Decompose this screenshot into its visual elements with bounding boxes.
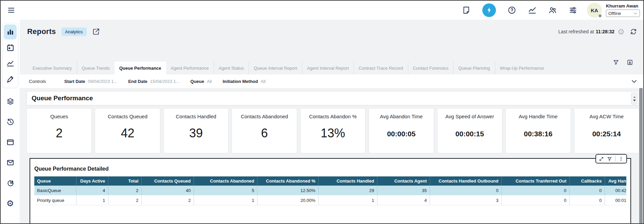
control-label: Start Date — [64, 79, 85, 84]
sidebar-item-reports[interactable] — [4, 24, 17, 39]
lightning-icon[interactable] — [482, 3, 496, 17]
report-tabs: Executive Summary Queue Trends Queue Per… — [28, 62, 643, 74]
table-row-basicqueue[interactable]: BasicQueue 4 2 40 5 12.50% 29 35 0 0 0 — [34, 186, 626, 195]
tab-queue-planning[interactable]: Queue Planning — [453, 62, 495, 74]
control-queue[interactable]: Queue All — [191, 79, 212, 84]
control-value: 15/04/2023 1... — [150, 79, 180, 84]
controls-title: Controls — [29, 79, 46, 84]
col-avg-handle[interactable]: Avg Handl.. — [605, 176, 626, 186]
page-title: Reports — [27, 27, 56, 36]
control-initiation-method[interactable]: Initiation Method All — [222, 79, 265, 84]
tab-agent-interval-report[interactable]: Agent Interval Report — [302, 62, 354, 74]
sidebar-item-calendar[interactable] — [4, 40, 17, 55]
tab-wrap-up-performance[interactable]: Wrap-Up Performance — [495, 62, 549, 74]
queue-performance-table: Queue Days Active Total Contacts Queued … — [34, 176, 626, 205]
cell: 35 — [377, 186, 430, 195]
control-start-date[interactable]: Start Date 09/04/2023 1... — [64, 79, 117, 84]
status-select[interactable]: Offline — [606, 10, 640, 17]
tab-executive-summary[interactable]: Executive Summary — [28, 62, 77, 74]
sidebar-item-layers[interactable] — [4, 97, 17, 106]
info-icon[interactable] — [618, 29, 624, 35]
table-row-priority-queue[interactable]: Priority queue 1 2 2 1 20.00% 1 4 3 0 0 — [34, 195, 626, 205]
cell: 2 — [141, 195, 194, 205]
cell: 1 — [194, 195, 257, 205]
last-refreshed-label: Last refreshed at — [558, 29, 594, 34]
cell: 00:01:19 — [605, 195, 626, 205]
kpi-value: 6 — [232, 126, 297, 140]
sidebar-secondary: ⚙ — [4, 97, 17, 208]
tab-contact-forensics[interactable]: Contact Forensics — [408, 62, 453, 74]
chevron-down-icon — [633, 11, 638, 16]
cell: 00:42:22 — [605, 186, 626, 195]
sidebar-item-mail[interactable] — [4, 158, 17, 167]
notes-icon[interactable] — [462, 6, 471, 15]
kpi-card-queues: Queues 2 — [26, 108, 92, 153]
widget-filter-icon[interactable] — [607, 156, 612, 161]
users-icon[interactable] — [548, 6, 557, 15]
sidebar: ⚙ — [1, 20, 20, 224]
mail-icon — [6, 158, 15, 167]
col-contacts-abandoned-pct[interactable]: Contacts Abandoned % — [257, 176, 318, 186]
cell: 1 — [76, 195, 108, 205]
section-bar: Queue Performance — [26, 91, 639, 105]
controls-bar: Controls Start Date 09/04/2023 1... End … — [20, 74, 643, 88]
kpi-card-contacts-abandon-pct: Contacts Abandon % 13% — [300, 108, 365, 153]
queue-performance-detailed-widget: Queue Performance Detailed Queue — [30, 158, 631, 224]
bar-chart-icon — [6, 28, 15, 36]
section-title: Queue Performance — [32, 94, 93, 102]
scrollbar-thumb[interactable] — [639, 88, 643, 224]
tab-queue-trends[interactable]: Queue Trends — [77, 62, 114, 74]
avatar[interactable]: KA — [587, 3, 602, 18]
col-contacts-agent[interactable]: Contacts Agent — [377, 176, 430, 186]
metrics-icon[interactable] — [528, 6, 537, 15]
col-contacts-handled[interactable]: Contacts Handled — [318, 176, 377, 186]
tab-contract-trace-record[interactable]: Contract Trace Record — [354, 62, 408, 74]
col-callbacks[interactable]: Callbacks — [569, 176, 605, 186]
cell: 0 — [501, 195, 569, 205]
vertical-scrollbar[interactable] — [639, 88, 643, 224]
kpi-label: Contacts Abandoned — [232, 114, 297, 119]
user-name: Khurram Awan — [606, 3, 640, 8]
expand-icon[interactable] — [599, 156, 604, 161]
refresh-icon[interactable] — [630, 28, 637, 35]
controls-collapse-chevron-icon[interactable] — [630, 77, 638, 85]
col-days-active[interactable]: Days Active — [76, 176, 108, 186]
sidebar-item-line-chart[interactable] — [4, 56, 17, 71]
section-stepper[interactable] — [631, 93, 638, 104]
cell: 2 — [108, 195, 141, 205]
cell: 1 — [318, 195, 377, 205]
col-contacts-tranferred-out[interactable]: Contacts Tranferred Out — [501, 176, 569, 186]
kpi-value: 00:00:15 — [437, 130, 502, 138]
cell: 0 — [569, 195, 605, 205]
col-contacts-queued[interactable]: Contacts Queued — [141, 176, 194, 186]
sidebar-item-pie-chart[interactable] — [4, 178, 17, 187]
kebab-menu-icon[interactable] — [619, 156, 624, 161]
external-link-icon[interactable] — [92, 28, 100, 36]
avatar-initials: KA — [591, 7, 598, 13]
col-contacts-handled-outbound[interactable]: Contacts Handled Outbound — [430, 176, 501, 186]
sidebar-item-design[interactable] — [4, 71, 17, 86]
cell: 0 — [501, 186, 569, 195]
tab-queue-performance[interactable]: Queue Performance — [114, 62, 166, 74]
table-wrapper: Queue Days Active Total Contacts Queued … — [34, 176, 626, 205]
control-end-date[interactable]: End Date 15/04/2023 1... — [128, 79, 179, 84]
design-icon — [6, 75, 15, 83]
col-contacts-abandoned[interactable]: Contacts Abandoned — [194, 176, 257, 186]
col-queue[interactable]: Queue — [34, 176, 76, 186]
help-icon[interactable] — [507, 6, 516, 15]
control-label: End Date — [128, 79, 147, 84]
tab-agent-status[interactable]: Agent Status — [214, 62, 249, 74]
sidebar-item-settings[interactable]: ⚙ — [4, 199, 17, 208]
sliders-icon[interactable] — [569, 6, 577, 15]
sidebar-item-history[interactable] — [4, 117, 17, 126]
hamburger-menu-icon[interactable] — [6, 5, 16, 15]
tab-queue-interval-report[interactable]: Queue Interval Report — [249, 62, 302, 74]
kpi-value: 2 — [27, 126, 91, 140]
settings-icon: ⚙ — [6, 199, 14, 208]
cell: 5 — [194, 186, 257, 195]
tab-agent-performance[interactable]: Agent Performance — [166, 62, 214, 74]
window-icon — [6, 138, 15, 147]
col-total[interactable]: Total — [108, 176, 141, 186]
sidebar-item-window[interactable] — [4, 138, 17, 147]
cell: Priority queue — [34, 195, 76, 205]
